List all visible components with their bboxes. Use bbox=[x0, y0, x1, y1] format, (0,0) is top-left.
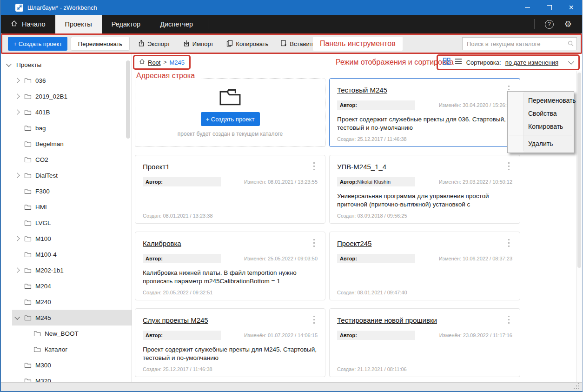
chevron-placeholder[interactable] bbox=[15, 221, 19, 225]
close-button[interactable]: ✕ bbox=[560, 0, 582, 15]
chevron-right-icon[interactable] bbox=[14, 236, 20, 241]
home-icon-breadcrumb[interactable] bbox=[139, 59, 145, 66]
grid-view-icon[interactable] bbox=[443, 58, 450, 67]
project-card[interactable]: Проект245 Автор: Изменён: 10.06.2022 / 0… bbox=[329, 232, 520, 300]
sidebar-root-projects[interactable]: Проекты bbox=[1, 57, 132, 73]
sidebar-folder-item[interactable]: 2019_02B1 bbox=[1, 88, 132, 104]
sidebar-folder-item[interactable]: M100-4 bbox=[1, 246, 132, 262]
import-button[interactable]: Импорт bbox=[183, 40, 213, 48]
breadcrumb-root-link[interactable]: Root bbox=[148, 59, 160, 66]
chevron-placeholder[interactable] bbox=[15, 205, 19, 209]
chevron-down-icon[interactable] bbox=[568, 59, 574, 65]
sidebar-folder-item[interactable]: M204 bbox=[1, 278, 132, 294]
help-icon[interactable]: ? bbox=[545, 20, 554, 29]
minimize-button[interactable] bbox=[517, 0, 538, 15]
project-card[interactable]: Тестовый M245 Автор: Изменён: 30.04.2020… bbox=[329, 78, 520, 147]
chevron-placeholder[interactable] bbox=[15, 363, 19, 367]
sidebar-folder-item[interactable]: M100 bbox=[1, 231, 132, 246]
tab-projects[interactable]: Проекты bbox=[55, 15, 102, 33]
project-title-link[interactable]: Калибровка bbox=[143, 239, 181, 247]
chevron-placeholder[interactable] bbox=[15, 332, 19, 335]
folder-icon bbox=[24, 283, 32, 289]
context-menu-item[interactable]: Переименовать bbox=[508, 94, 574, 107]
maximize-button[interactable] bbox=[538, 0, 560, 15]
project-card[interactable]: Тестирование новой прошивки Автор: Измен… bbox=[329, 308, 520, 377]
paste-button[interactable]: Вставить bbox=[280, 40, 315, 48]
chevron-placeholder[interactable] bbox=[15, 300, 19, 304]
import-label: Импорт bbox=[192, 40, 213, 47]
resize-grip[interactable] bbox=[578, 388, 579, 389]
chevron-placeholder[interactable] bbox=[15, 189, 19, 193]
project-title-link[interactable]: Тестовый M245 bbox=[337, 86, 387, 94]
context-menu-item[interactable]: Свойства bbox=[508, 107, 574, 120]
sidebar-folder-item[interactable]: M240 bbox=[1, 294, 132, 310]
kebab-menu-icon[interactable] bbox=[505, 161, 512, 171]
create-project-button[interactable]: + Создать проект bbox=[8, 37, 67, 51]
chevron-right-icon[interactable] bbox=[14, 173, 20, 178]
folder-icon bbox=[24, 299, 32, 305]
kebab-menu-icon[interactable] bbox=[311, 315, 317, 325]
chevron-right-icon[interactable] bbox=[14, 109, 20, 114]
content-scrollbar-thumb[interactable] bbox=[577, 73, 581, 268]
sidebar-folder-item[interactable]: New_BOOT bbox=[1, 326, 132, 341]
sidebar-folder-item[interactable]: M202-1b1 bbox=[1, 262, 132, 278]
sidebar-folder-item[interactable]: LVGL bbox=[1, 215, 132, 231]
chevron-placeholder[interactable] bbox=[15, 379, 19, 382]
project-title-link[interactable]: Служ проекты M245 bbox=[143, 316, 208, 324]
chevron-right-icon[interactable] bbox=[14, 267, 20, 272]
sidebar-scrollbar-thumb[interactable] bbox=[126, 60, 130, 139]
sidebar-folder-item[interactable]: 036 bbox=[1, 73, 132, 88]
author-field: Автор: bbox=[337, 331, 415, 340]
rename-button[interactable]: Переименовать bbox=[71, 37, 130, 51]
sidebar-folder-item[interactable]: DialTest bbox=[1, 167, 132, 183]
sidebar-folder-item[interactable]: 401B bbox=[1, 104, 132, 120]
chevron-placeholder[interactable] bbox=[15, 142, 19, 146]
tab-home[interactable]: Начало bbox=[1, 15, 55, 33]
chevron-down-icon[interactable] bbox=[6, 61, 11, 66]
context-menu-item[interactable]: Копировать bbox=[508, 120, 574, 133]
chevron-placeholder[interactable] bbox=[15, 284, 19, 288]
content-scrollbar[interactable] bbox=[576, 71, 582, 382]
project-title-link[interactable]: Тестирование новой прошивки bbox=[337, 316, 437, 324]
tab-home-label: Начало bbox=[22, 20, 46, 28]
sidebar-folder-item[interactable]: CO2 bbox=[1, 152, 132, 167]
sidebar-folder-item[interactable]: M300 bbox=[1, 357, 132, 373]
tab-editor[interactable]: Редактор bbox=[102, 15, 150, 33]
chevron-placeholder[interactable] bbox=[15, 158, 19, 161]
chevron-right-icon[interactable] bbox=[14, 78, 20, 83]
kebab-menu-icon[interactable] bbox=[311, 238, 317, 248]
create-project-card-button[interactable]: + Создать проект bbox=[201, 112, 260, 126]
settings-gear-icon[interactable]: ⚙ bbox=[564, 19, 572, 29]
folder-icon bbox=[24, 235, 32, 242]
search-input[interactable] bbox=[462, 37, 577, 50]
chevron-down-icon[interactable] bbox=[14, 314, 20, 319]
copy-button[interactable]: Копировать bbox=[226, 40, 268, 48]
sidebar-folder-item[interactable]: HMI bbox=[1, 199, 132, 215]
project-title-link[interactable]: Проект1 bbox=[143, 163, 170, 171]
sidebar-folder-item[interactable]: F300 bbox=[1, 183, 132, 199]
project-card[interactable]: УПВ-M245_1_4 Автор:Nikolai Klushin Измен… bbox=[329, 155, 520, 224]
tab-dispatcher[interactable]: Диспетчер bbox=[150, 15, 203, 33]
project-card[interactable]: Калибровка Автор: Изменён: 25.05.2022 / … bbox=[135, 232, 325, 300]
chevron-placeholder[interactable] bbox=[15, 126, 19, 130]
project-card[interactable]: Служ проекты M245 Автор: Изменён: 01.07.… bbox=[135, 308, 325, 377]
breadcrumb-current[interactable]: M245 bbox=[169, 59, 185, 66]
list-view-icon[interactable] bbox=[455, 58, 462, 66]
context-menu-item[interactable]: Удалить bbox=[508, 137, 574, 150]
kebab-menu-icon[interactable] bbox=[505, 238, 512, 248]
sidebar-folder-item[interactable]: Каталог bbox=[1, 341, 132, 357]
kebab-menu-icon[interactable] bbox=[505, 315, 512, 325]
export-button[interactable]: Экспорт bbox=[138, 40, 170, 48]
chevron-placeholder[interactable] bbox=[15, 347, 19, 351]
project-title-link[interactable]: Проект245 bbox=[337, 239, 371, 247]
sidebar-folder-item[interactable]: bag bbox=[1, 120, 132, 136]
kebab-menu-icon[interactable] bbox=[311, 161, 317, 171]
sidebar-folder-item[interactable]: M245 bbox=[1, 310, 132, 326]
project-card[interactable]: Проект1 Автор: Изменён: 08.01.2021 / 13:… bbox=[135, 155, 325, 224]
project-title-link[interactable]: УПВ-M245_1_4 bbox=[337, 163, 386, 171]
chevron-placeholder[interactable] bbox=[15, 252, 19, 256]
chevron-right-icon[interactable] bbox=[14, 93, 20, 99]
sidebar-folder-item[interactable]: Begelman bbox=[1, 136, 132, 152]
sort-value-dropdown[interactable]: по дате изменения bbox=[505, 59, 558, 66]
sidebar-folder-item[interactable]: M320 bbox=[1, 373, 132, 382]
